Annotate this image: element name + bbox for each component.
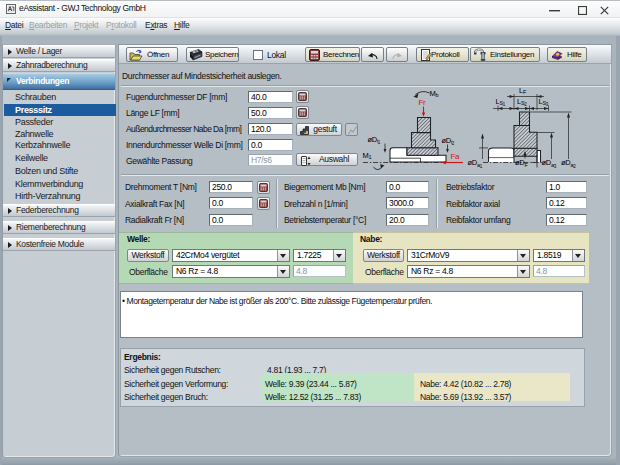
- svg-text:øDa1: øDa1: [468, 158, 483, 169]
- svg-text:LS3: LS3: [539, 97, 549, 108]
- svg-text:LS2: LS2: [517, 97, 527, 108]
- svg-text:LF: LF: [519, 86, 527, 96]
- svg-text:Fr: Fr: [419, 98, 427, 107]
- svg-text:M1: M1: [363, 151, 372, 161]
- svg-text:øDF: øDF: [515, 158, 528, 168]
- svg-text:LS1: LS1: [496, 97, 506, 108]
- svg-text:øDa3: øDa3: [542, 158, 557, 169]
- svg-text:øDa2: øDa2: [561, 158, 576, 169]
- svg-text:Fa: Fa: [451, 152, 461, 161]
- svg-text:Mb: Mb: [430, 89, 439, 99]
- svg-text:øDi2: øDi2: [442, 136, 455, 147]
- svg-text:øDi1: øDi1: [368, 135, 381, 146]
